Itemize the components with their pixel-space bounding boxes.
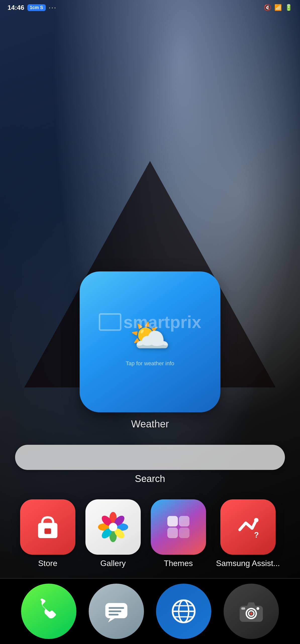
search-bar[interactable] (15, 445, 285, 470)
nav-item-camera[interactable] (224, 584, 279, 639)
svg-rect-1 (44, 529, 51, 534)
app-item-gallery[interactable]: Gallery (85, 499, 141, 568)
svg-text:?: ? (254, 531, 259, 539)
nav-item-messages[interactable] (89, 584, 144, 639)
home-content: ⛅ Tap for weather info Weather Search St… (0, 0, 300, 644)
svg-point-10 (109, 523, 117, 531)
battery-icon: 🔋 (285, 4, 292, 11)
svg-rect-11 (167, 516, 178, 527)
nav-item-browser[interactable] (156, 584, 211, 639)
svg-point-15 (254, 518, 259, 522)
store-label: Store (38, 559, 57, 568)
network-badge: 1cm S (27, 4, 46, 11)
gallery-label: Gallery (100, 559, 126, 568)
nav-bar (0, 579, 300, 644)
svg-rect-14 (179, 528, 189, 538)
assist-label: Samsung Assist... (216, 559, 280, 568)
app-item-themes[interactable]: Themes (151, 499, 206, 568)
weather-icon: ⛅ (130, 317, 170, 355)
volume-icon: 🔇 (264, 4, 271, 11)
svg-point-32 (250, 612, 252, 615)
assist-icon: ? (220, 499, 276, 555)
weather-label: Weather (131, 418, 169, 430)
svg-rect-31 (241, 608, 245, 610)
store-icon (20, 499, 75, 555)
svg-rect-12 (179, 516, 189, 527)
search-container: Search (0, 445, 300, 484)
status-dots: ··· (49, 4, 57, 12)
search-label: Search (135, 473, 165, 484)
svg-marker-18 (108, 618, 115, 623)
weather-tap-text: Tap for weather info (126, 360, 174, 367)
themes-label: Themes (164, 559, 193, 568)
weather-widget-container[interactable]: ⛅ Tap for weather info Weather (80, 271, 220, 430)
nav-item-phone[interactable] (21, 584, 76, 639)
svg-rect-13 (167, 528, 178, 538)
status-right: 🔇 📶 🔋 (264, 4, 292, 11)
signal-icon: 📶 (274, 4, 282, 11)
themes-icon (151, 499, 206, 555)
app-row: Store Gallery (0, 499, 300, 568)
app-item-store[interactable]: Store (20, 499, 75, 568)
status-left: 14:46 1cm S ··· (8, 4, 57, 12)
time-display: 14:46 (8, 4, 24, 12)
app-item-assist[interactable]: ? Samsung Assist... (216, 499, 280, 568)
weather-widget[interactable]: ⛅ Tap for weather info (80, 271, 220, 412)
gallery-icon (85, 499, 141, 555)
svg-point-30 (257, 607, 259, 610)
status-bar: 14:46 1cm S ··· 🔇 📶 🔋 (0, 0, 300, 15)
